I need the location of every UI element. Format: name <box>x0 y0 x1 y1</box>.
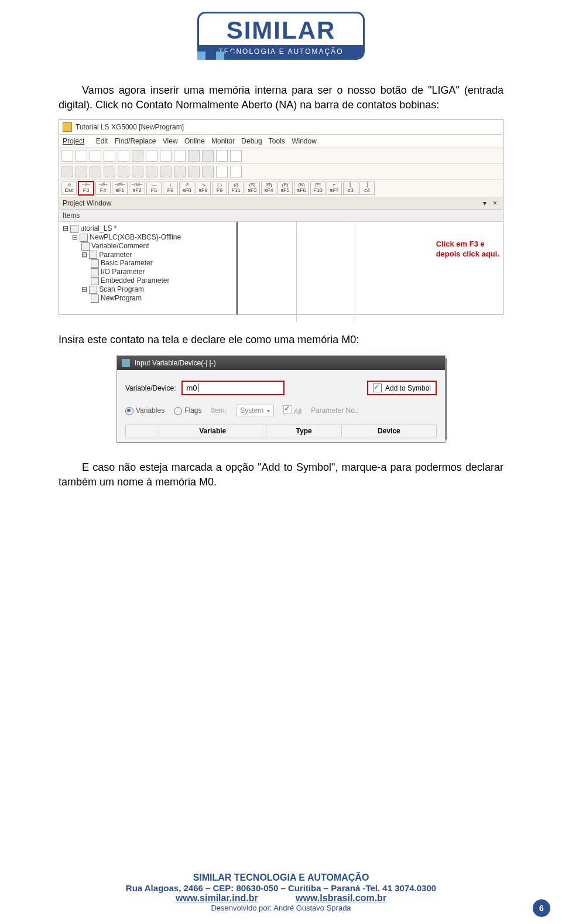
screenshot-dialog: Input Variable/Device(-| |-) Variable/De… <box>116 355 446 443</box>
fn-sf2[interactable]: ⊣N⊢sF2 <box>129 182 145 195</box>
brand-logo: SIMILAR TECNOLOGIA E AUTOMAÇÃO <box>197 12 365 60</box>
dialog-title: Input Variable/Device(-| |-) <box>135 359 216 367</box>
toolbar-icon[interactable] <box>118 150 129 162</box>
toolbar-icon[interactable] <box>118 166 129 177</box>
col-device[interactable]: Device <box>341 425 436 437</box>
toolbar-1 <box>59 148 503 164</box>
toolbar-icon[interactable] <box>90 150 101 162</box>
col-type[interactable]: Type <box>266 425 341 437</box>
hint-annotation: Click em F3 e depois click aqui. <box>436 239 499 259</box>
project-window-title: Project Window <box>63 199 111 207</box>
toolbar-icon[interactable] <box>132 150 143 162</box>
toolbar-icon[interactable] <box>90 166 101 177</box>
items-header: Items <box>59 210 503 222</box>
menu-find[interactable]: Find/Replace <box>115 137 156 145</box>
app-icon <box>63 122 72 132</box>
fn-sf9[interactable]: ↘sF9 <box>196 182 211 195</box>
toolbar-icon[interactable] <box>76 166 87 177</box>
checkbox-icon <box>373 384 382 392</box>
toolbar-icon[interactable] <box>230 166 242 177</box>
menu-debug[interactable]: Debug <box>241 137 262 145</box>
ladder-editor[interactable]: Click em F3 e depois click aqui. <box>237 222 503 314</box>
page-footer: SIMILAR TECNOLOGIA E AUTOMAÇÃO Rua Alago… <box>29 872 533 912</box>
toolbar-icon[interactable] <box>132 166 143 177</box>
radio-flags[interactable]: Flags <box>174 406 201 415</box>
close-icon[interactable]: × <box>493 199 499 207</box>
toolbar-icon[interactable] <box>230 150 242 162</box>
toolbar-icon[interactable] <box>104 150 115 162</box>
fn-sf1[interactable]: ⊣P⊢sF1 <box>112 182 128 195</box>
screenshot-xg5000: Tutorial LS XG5000 [NewProgram] Project … <box>59 119 503 315</box>
pin-icon[interactable]: ▾ <box>483 199 489 207</box>
toolbar-icon[interactable] <box>61 166 73 177</box>
fn-f11[interactable]: (/)F11 <box>228 182 244 195</box>
fn-f6[interactable]: |F6 <box>163 182 178 195</box>
fn-sf4[interactable]: (R)sF4 <box>261 182 276 195</box>
menu-edit[interactable]: Edit <box>96 137 108 145</box>
footer-company: SIMILAR TECNOLOGIA E AUTOMAÇÃO <box>29 872 533 883</box>
paragraph-2: Insira este contato na tela e declare el… <box>59 333 503 347</box>
toolbar-icon[interactable] <box>188 150 200 162</box>
toolbar-icon[interactable] <box>202 166 214 177</box>
toolbar-icon[interactable] <box>146 166 157 177</box>
toolbar-icon[interactable] <box>216 166 228 177</box>
paragraph-1: Vamos agora inserir uma memória interna … <box>59 83 503 112</box>
menu-monitor[interactable]: Monitor <box>211 137 235 145</box>
variable-input[interactable]: m0 <box>181 381 285 395</box>
fn-sf8[interactable]: ↗sF8 <box>179 182 194 195</box>
toolbar-icon[interactable] <box>174 166 186 177</box>
footer-link-2[interactable]: www.lsbrasil.com.br <box>296 893 386 903</box>
window-title: Tutorial LS XG5000 [NewProgram] <box>76 123 184 131</box>
menu-view[interactable]: View <box>163 137 178 145</box>
col-blank <box>126 425 159 437</box>
fn-sf5[interactable]: (P)sF5 <box>277 182 293 195</box>
variable-table: Variable Type Device <box>125 425 437 437</box>
all-checkbox[interactable]: All <box>283 405 301 416</box>
footer-author: Desenvolvido por: André Gustavo Sprada <box>29 904 533 912</box>
page-number: 6 <box>533 899 550 917</box>
toolbar-icon[interactable] <box>104 166 115 177</box>
fn-f3[interactable]: ⊣⊢F3 <box>78 181 94 196</box>
fn-f4[interactable]: ⊣/⊢F4 <box>95 182 111 195</box>
footer-address: Rua Alagoas, 2466 – CEP: 80630-050 – Cur… <box>29 883 533 893</box>
toolbar-icon[interactable] <box>146 150 157 162</box>
menu-bar: Project Edit Find/Replace View Online Mo… <box>59 135 503 148</box>
col-variable[interactable]: Variable <box>159 425 266 437</box>
menu-window[interactable]: Window <box>292 137 317 145</box>
toolbar-icon[interactable] <box>174 150 186 162</box>
fn-f9[interactable]: ( )F9 <box>212 182 227 195</box>
dialog-icon <box>122 359 130 367</box>
toolbar-icon[interactable] <box>216 150 228 162</box>
toolbar-2 <box>59 164 503 180</box>
contact-toolbar: ⎋Esc ⊣⊢F3 ⊣/⊢F4 ⊣P⊢sF1 ⊣N⊢sF2 —F5 |F6 ↗s… <box>59 180 503 197</box>
item-select[interactable]: System▾ <box>236 405 274 416</box>
toolbar-icon[interactable] <box>76 150 87 162</box>
fn-sf3[interactable]: (S)sF3 <box>245 182 260 195</box>
fn-c4[interactable]: ⎦c4 <box>359 182 375 195</box>
vd-label: Variable/Device: <box>125 384 176 392</box>
paragraph-3: E caso não esteja marcada a opção "Add t… <box>59 460 503 490</box>
fn-f5[interactable]: —F5 <box>146 182 162 195</box>
footer-link-1[interactable]: www.similar.ind.br <box>176 893 258 903</box>
param-label: Parameter No.: <box>311 406 358 415</box>
toolbar-icon[interactable] <box>202 150 214 162</box>
chevron-down-icon: ▾ <box>267 408 270 414</box>
toolbar-icon[interactable] <box>160 166 172 177</box>
toolbar-icon[interactable] <box>188 166 200 177</box>
fn-c3[interactable]: ⎣c3 <box>343 182 358 195</box>
fn-sf7[interactable]: ⌐sF7 <box>327 182 342 195</box>
menu-project[interactable]: Project <box>63 137 89 145</box>
radio-variables[interactable]: Variables <box>125 406 165 415</box>
toolbar-icon[interactable] <box>61 150 73 162</box>
fn-esc[interactable]: ⎋Esc <box>61 182 77 195</box>
toolbar-icon[interactable] <box>160 150 172 162</box>
fn-f10[interactable]: [F]F10 <box>310 182 325 195</box>
project-tree[interactable]: ⊟ utorial_LS * ⊟ NewPLC(XGB-XBCS)-Offlin… <box>59 222 237 314</box>
logo-text: SIMILAR <box>199 18 363 43</box>
add-to-symbol-checkbox[interactable]: Add to Symbol <box>367 381 437 395</box>
menu-online[interactable]: Online <box>184 137 205 145</box>
menu-tools[interactable]: Tools <box>269 137 285 145</box>
fn-sf6[interactable]: (N)sF6 <box>294 182 309 195</box>
item-label: Item: <box>211 406 227 415</box>
